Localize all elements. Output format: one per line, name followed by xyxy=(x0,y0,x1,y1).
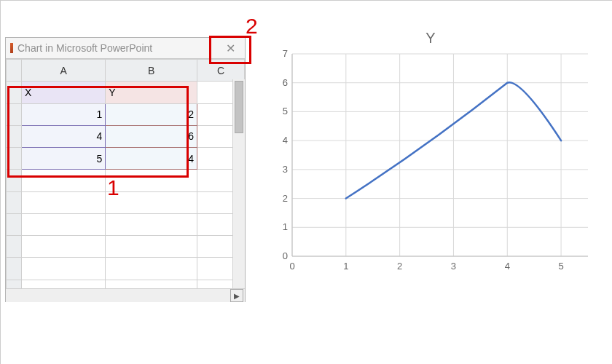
svg-text:2: 2 xyxy=(397,261,402,272)
svg-text:4: 4 xyxy=(505,261,510,272)
horizontal-scrollbar[interactable]: ▶ xyxy=(6,288,245,302)
scroll-right-arrow[interactable]: ▶ xyxy=(230,289,243,302)
svg-text:0: 0 xyxy=(289,261,294,272)
column-header-b[interactable]: B xyxy=(106,60,197,82)
callout-box-1 xyxy=(7,86,189,178)
svg-text:1: 1 xyxy=(283,221,288,232)
svg-text:4: 4 xyxy=(283,135,288,146)
vertical-scrollbar[interactable] xyxy=(232,79,245,289)
window-title: Chart in Microsoft PowerPoint xyxy=(17,42,216,54)
app-icon xyxy=(10,43,13,53)
callout-label-1: 1 xyxy=(107,175,119,200)
scroll-thumb[interactable] xyxy=(235,81,243,133)
svg-text:3: 3 xyxy=(283,164,288,175)
svg-text:7: 7 xyxy=(283,50,288,59)
chart-title: Y xyxy=(266,30,595,47)
chart[interactable]: Y 01234567012345 xyxy=(266,30,595,286)
chart-plot-area[interactable]: 01234567012345 xyxy=(266,50,595,275)
callout-box-2 xyxy=(209,36,251,64)
select-all-cell[interactable] xyxy=(7,60,22,82)
callout-label-2: 2 xyxy=(246,14,258,39)
chevron-right-icon: ▶ xyxy=(234,292,240,300)
svg-text:5: 5 xyxy=(283,106,288,116)
svg-text:5: 5 xyxy=(558,261,563,272)
svg-text:0: 0 xyxy=(283,250,288,261)
column-header-a[interactable]: A xyxy=(21,60,105,82)
svg-text:1: 1 xyxy=(343,261,348,272)
svg-text:6: 6 xyxy=(283,77,288,88)
svg-text:2: 2 xyxy=(283,193,288,204)
svg-text:3: 3 xyxy=(451,261,456,272)
